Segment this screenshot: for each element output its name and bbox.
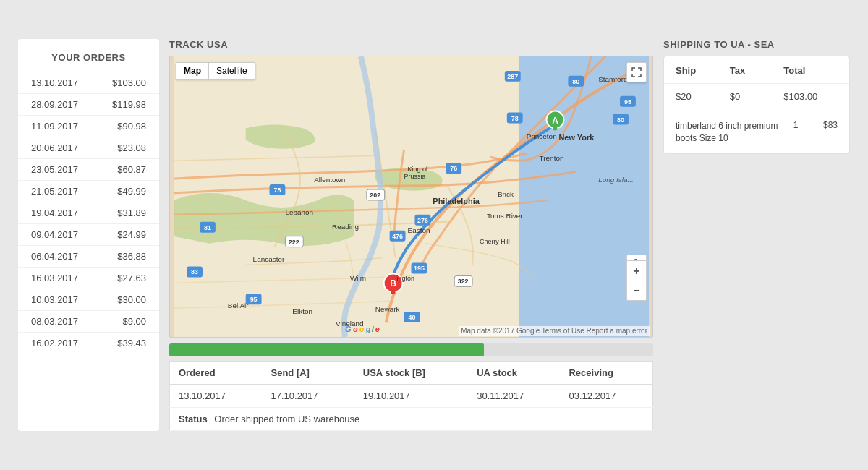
- svg-text:A: A: [552, 116, 558, 126]
- tracking-cell: 19.10.2017: [354, 385, 468, 408]
- shipping-value-col: $20: [676, 91, 730, 102]
- svg-text:G: G: [345, 325, 352, 333]
- order-amount: $31.89: [117, 208, 146, 218]
- svg-text:Allentown: Allentown: [314, 176, 345, 184]
- zoom-in-button[interactable]: +: [626, 260, 647, 281]
- status-text: Order shipped from US warehouse: [214, 414, 359, 424]
- svg-point-8: [391, 290, 396, 294]
- tracking-cell: 13.10.2017: [170, 385, 263, 408]
- svg-text:Wilm: Wilm: [350, 274, 366, 282]
- order-row[interactable]: 13.10.2017$103.00: [18, 72, 159, 93]
- svg-text:476: 476: [392, 233, 403, 240]
- tracking-title: TRACK USA: [169, 39, 653, 50]
- shipping-panel: SHIPPING TO UA - SEA ShipTaxTotal $20$0$…: [663, 39, 850, 431]
- svg-text:Cherry Hill: Cherry Hill: [480, 238, 510, 245]
- order-date: 16.02.2017: [31, 338, 78, 349]
- order-row[interactable]: 28.09.2017$119.98: [18, 93, 159, 115]
- order-row[interactable]: 16.02.2017$39.43: [18, 332, 159, 354]
- order-row[interactable]: 21.05.2017$49.99: [18, 180, 159, 202]
- svg-text:Toms River: Toms River: [487, 212, 523, 220]
- order-amount: $60.87: [117, 164, 146, 175]
- order-date: 20.06.2017: [31, 142, 78, 153]
- order-date: 09.04.2017: [31, 229, 78, 240]
- svg-text:202: 202: [370, 192, 380, 199]
- progress-bar-container: [169, 343, 653, 356]
- svg-text:287: 287: [507, 73, 518, 80]
- order-date: 19.04.2017: [31, 208, 78, 218]
- item-row: timberland 6 inch premium boots Size 10 …: [664, 111, 849, 153]
- svg-text:Long Isla...: Long Isla...: [598, 176, 634, 184]
- svg-text:95: 95: [624, 98, 631, 106]
- order-date: 06.04.2017: [31, 251, 78, 262]
- svg-text:Lebanon: Lebanon: [285, 208, 313, 216]
- svg-text:King of: King of: [408, 166, 428, 173]
- tracking-header: USA stock [B]: [354, 362, 468, 385]
- order-date: 13.10.2017: [31, 77, 78, 88]
- svg-text:81: 81: [204, 224, 211, 231]
- shipping-values: $20$0$103.00: [664, 84, 849, 111]
- order-row[interactable]: 10.03.2017$30.00: [18, 289, 159, 310]
- shipping-header-col: Total: [783, 65, 838, 76]
- order-amount: $103.00: [112, 77, 146, 88]
- order-row[interactable]: 06.04.2017$36.88: [18, 245, 159, 267]
- shipping-card: ShipTaxTotal $20$0$103.00 timberland 6 i…: [663, 56, 850, 154]
- order-date: 11.09.2017: [31, 121, 78, 132]
- order-date: 28.09.2017: [31, 99, 78, 110]
- svg-text:o: o: [359, 325, 365, 333]
- order-row[interactable]: 09.04.2017$24.99: [18, 223, 159, 245]
- tracking-cell: 03.12.2017: [560, 385, 652, 408]
- svg-text:Trenton: Trenton: [540, 154, 564, 162]
- order-amount: $119.98: [112, 99, 146, 110]
- svg-text:B: B: [390, 278, 396, 289]
- order-date: 16.03.2017: [31, 273, 78, 283]
- map-footer: Map data ©2017 Google Terms of Use Repor…: [459, 326, 650, 336]
- item-price: $83: [809, 120, 838, 130]
- svg-text:Easton: Easton: [408, 226, 430, 234]
- tracking-header: Ordered: [170, 362, 263, 385]
- order-date: 10.03.2017: [31, 294, 78, 305]
- order-date: 08.03.2017: [31, 316, 78, 327]
- svg-text:76: 76: [450, 165, 457, 172]
- svg-text:80: 80: [617, 116, 624, 124]
- order-row[interactable]: 23.05.2017$60.87: [18, 158, 159, 180]
- orders-title: YOUR ORDERS: [18, 46, 159, 72]
- zoom-out-button[interactable]: −: [626, 281, 647, 301]
- tracking-cell: 17.10.2017: [262, 385, 354, 408]
- shipping-value-col: $103.00: [783, 91, 838, 102]
- order-row[interactable]: 19.04.2017$31.89: [18, 202, 159, 223]
- order-amount: $49.99: [117, 186, 146, 197]
- status-row: Status Order shipped from US warehouse: [170, 408, 653, 431]
- fullscreen-button[interactable]: [626, 62, 647, 82]
- order-row[interactable]: 08.03.2017$9.00: [18, 310, 159, 332]
- map-container: A B New York Stamford Wilm ington Philad…: [169, 56, 653, 338]
- svg-text:Reading: Reading: [332, 223, 359, 231]
- svg-text:95: 95: [250, 296, 258, 303]
- order-amount: $23.08: [117, 142, 146, 153]
- order-row[interactable]: 16.03.2017$27.63: [18, 267, 159, 289]
- svg-text:Elkton: Elkton: [292, 307, 312, 315]
- svg-text:Prussia: Prussia: [404, 173, 426, 180]
- item-qty: 1: [788, 120, 803, 130]
- order-amount: $30.00: [117, 294, 146, 305]
- map-button[interactable]: Map: [176, 63, 208, 79]
- svg-text:78: 78: [511, 115, 519, 122]
- order-row[interactable]: 11.09.2017$90.98: [18, 115, 159, 137]
- svg-text:o: o: [353, 325, 358, 333]
- shipping-header-col: Ship: [676, 65, 730, 76]
- svg-text:Brick: Brick: [498, 190, 514, 198]
- order-date: 21.05.2017: [31, 186, 78, 197]
- satellite-button[interactable]: Satellite: [208, 63, 255, 79]
- svg-text:80: 80: [572, 78, 579, 85]
- map-type-control[interactable]: Map Satellite: [176, 62, 255, 80]
- shipping-value-col: $0: [730, 91, 784, 102]
- svg-text:Newark: Newark: [375, 305, 400, 313]
- orders-panel: YOUR ORDERS 13.10.2017$103.0028.09.2017$…: [18, 39, 159, 431]
- order-row[interactable]: 20.06.2017$23.08: [18, 137, 159, 158]
- shipping-header: ShipTaxTotal: [664, 56, 849, 84]
- svg-text:ington: ington: [397, 275, 414, 282]
- svg-text:40: 40: [409, 314, 416, 321]
- svg-text:e: e: [375, 325, 380, 333]
- status-label: Status: [179, 414, 208, 424]
- order-amount: $24.99: [117, 229, 146, 240]
- order-amount: $90.98: [117, 121, 146, 132]
